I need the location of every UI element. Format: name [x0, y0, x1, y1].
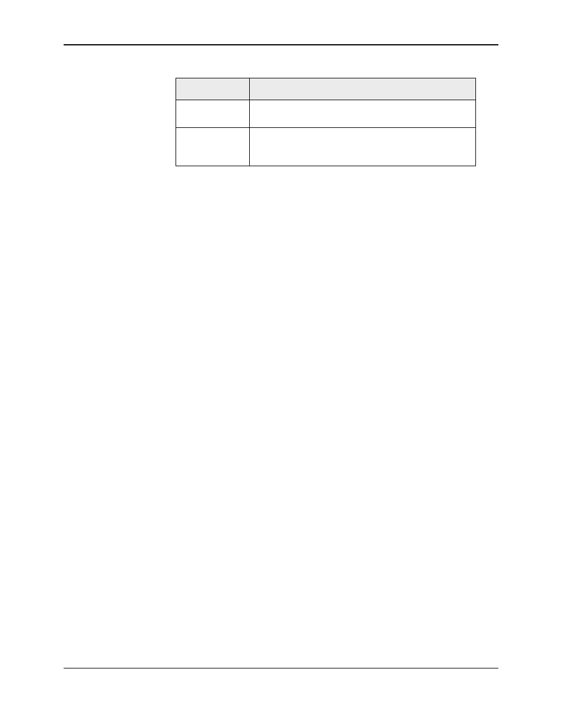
table-container: [176, 78, 476, 166]
table-row: [176, 128, 476, 166]
table-header-cell: [250, 78, 476, 100]
data-table: [176, 78, 476, 166]
header-divider: [64, 44, 498, 45]
table-header-cell: [176, 78, 250, 100]
table-cell: [176, 128, 250, 166]
table-cell: [176, 100, 250, 128]
table-row: [176, 100, 476, 128]
footer-divider: [64, 668, 498, 668]
table-cell: [250, 128, 476, 166]
table-cell: [250, 100, 476, 128]
table-header-row: [176, 78, 476, 100]
document-page: [0, 0, 562, 728]
